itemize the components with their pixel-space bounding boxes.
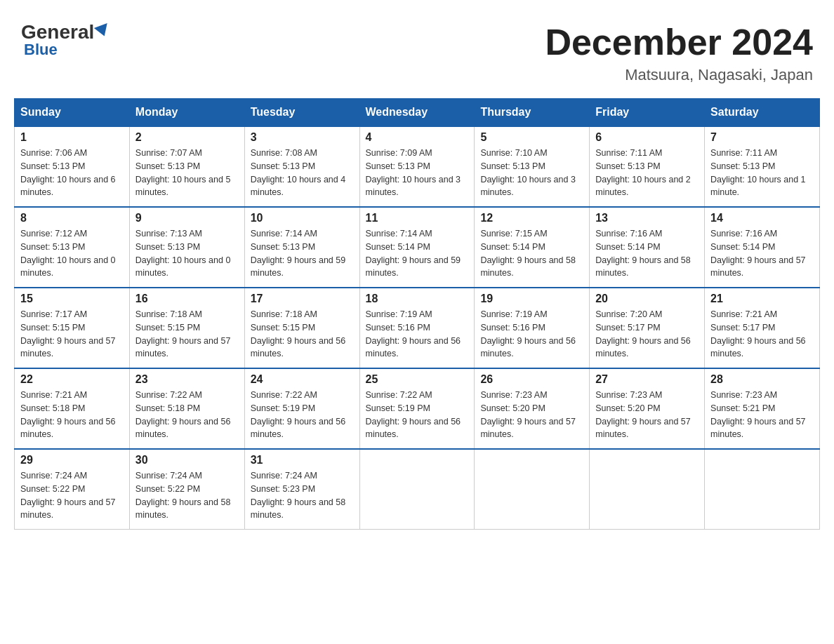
day-number: 14 — [710, 212, 814, 224]
calendar-week-row: 22 Sunrise: 7:21 AM Sunset: 5:18 PM Dayl… — [15, 368, 820, 449]
day-number: 31 — [251, 454, 354, 467]
day-info: Sunrise: 7:18 AM Sunset: 5:15 PM Dayligh… — [251, 308, 354, 361]
day-number: 19 — [480, 293, 583, 305]
calendar-cell: 4 Sunrise: 7:09 AM Sunset: 5:13 PM Dayli… — [359, 126, 475, 207]
day-info: Sunrise: 7:23 AM Sunset: 5:21 PM Dayligh… — [710, 389, 814, 441]
calendar-cell: 7 Sunrise: 7:11 AM Sunset: 5:13 PM Dayli… — [705, 126, 820, 207]
calendar-cell: 13 Sunrise: 7:16 AM Sunset: 5:14 PM Dayl… — [590, 207, 705, 288]
day-number: 28 — [710, 373, 814, 386]
calendar-cell: 16 Sunrise: 7:18 AM Sunset: 5:15 PM Dayl… — [129, 288, 244, 368]
calendar-cell: 31 Sunrise: 7:24 AM Sunset: 5:23 PM Dayl… — [244, 449, 359, 530]
day-number: 15 — [20, 293, 124, 305]
calendar-cell: 9 Sunrise: 7:13 AM Sunset: 5:13 PM Dayli… — [129, 207, 244, 288]
calendar-cell: 17 Sunrise: 7:18 AM Sunset: 5:15 PM Dayl… — [244, 288, 359, 368]
day-info: Sunrise: 7:09 AM Sunset: 5:13 PM Dayligh… — [366, 147, 469, 199]
day-info: Sunrise: 7:15 AM Sunset: 5:14 PM Dayligh… — [480, 227, 583, 280]
calendar-cell: 8 Sunrise: 7:12 AM Sunset: 5:13 PM Dayli… — [15, 207, 130, 288]
day-info: Sunrise: 7:19 AM Sunset: 5:16 PM Dayligh… — [366, 308, 469, 361]
col-header-thursday: Thursday — [475, 99, 590, 127]
day-number: 29 — [20, 454, 124, 467]
calendar-header-row: SundayMondayTuesdayWednesdayThursdayFrid… — [15, 99, 820, 127]
logo-triangle-icon — [94, 23, 111, 39]
day-number: 17 — [251, 293, 354, 305]
day-info: Sunrise: 7:23 AM Sunset: 5:20 PM Dayligh… — [595, 389, 699, 441]
calendar-cell: 18 Sunrise: 7:19 AM Sunset: 5:16 PM Dayl… — [359, 288, 475, 368]
day-info: Sunrise: 7:14 AM Sunset: 5:14 PM Dayligh… — [366, 227, 469, 280]
col-header-monday: Monday — [129, 99, 244, 127]
calendar-cell: 25 Sunrise: 7:22 AM Sunset: 5:19 PM Dayl… — [359, 368, 475, 449]
day-number: 5 — [480, 131, 583, 144]
day-number: 11 — [366, 212, 469, 224]
calendar-cell: 5 Sunrise: 7:10 AM Sunset: 5:13 PM Dayli… — [475, 126, 590, 207]
calendar-cell: 12 Sunrise: 7:15 AM Sunset: 5:14 PM Dayl… — [475, 207, 590, 288]
day-number: 30 — [135, 454, 239, 467]
location-label: Matsuura, Nagasaki, Japan — [545, 66, 813, 84]
calendar-cell — [705, 449, 820, 530]
day-info: Sunrise: 7:16 AM Sunset: 5:14 PM Dayligh… — [710, 227, 814, 280]
page-header: General Blue December 2024 Matsuura, Nag… — [14, 14, 820, 84]
calendar-cell: 24 Sunrise: 7:22 AM Sunset: 5:19 PM Dayl… — [244, 368, 359, 449]
day-info: Sunrise: 7:11 AM Sunset: 5:13 PM Dayligh… — [710, 147, 814, 199]
calendar-cell: 20 Sunrise: 7:20 AM Sunset: 5:17 PM Dayl… — [590, 288, 705, 368]
calendar-cell: 15 Sunrise: 7:17 AM Sunset: 5:15 PM Dayl… — [15, 288, 130, 368]
day-info: Sunrise: 7:18 AM Sunset: 5:15 PM Dayligh… — [135, 308, 239, 361]
calendar-cell: 19 Sunrise: 7:19 AM Sunset: 5:16 PM Dayl… — [475, 288, 590, 368]
day-info: Sunrise: 7:16 AM Sunset: 5:14 PM Dayligh… — [595, 227, 699, 280]
day-info: Sunrise: 7:22 AM Sunset: 5:18 PM Dayligh… — [135, 389, 239, 441]
calendar-cell: 27 Sunrise: 7:23 AM Sunset: 5:20 PM Dayl… — [590, 368, 705, 449]
day-number: 16 — [135, 293, 239, 305]
day-info: Sunrise: 7:22 AM Sunset: 5:19 PM Dayligh… — [366, 389, 469, 441]
day-number: 23 — [135, 373, 239, 386]
day-number: 10 — [251, 212, 354, 224]
calendar-cell: 28 Sunrise: 7:23 AM Sunset: 5:21 PM Dayl… — [705, 368, 820, 449]
col-header-saturday: Saturday — [705, 99, 820, 127]
day-number: 3 — [251, 131, 354, 144]
calendar-week-row: 29 Sunrise: 7:24 AM Sunset: 5:22 PM Dayl… — [15, 449, 820, 530]
day-info: Sunrise: 7:23 AM Sunset: 5:20 PM Dayligh… — [480, 389, 583, 441]
calendar-cell: 11 Sunrise: 7:14 AM Sunset: 5:14 PM Dayl… — [359, 207, 475, 288]
day-number: 13 — [595, 212, 699, 224]
calendar-cell: 3 Sunrise: 7:08 AM Sunset: 5:13 PM Dayli… — [244, 126, 359, 207]
calendar-week-row: 8 Sunrise: 7:12 AM Sunset: 5:13 PM Dayli… — [15, 207, 820, 288]
day-number: 1 — [20, 131, 124, 144]
calendar-cell — [359, 449, 475, 530]
calendar-cell: 10 Sunrise: 7:14 AM Sunset: 5:13 PM Dayl… — [244, 207, 359, 288]
day-number: 7 — [710, 131, 814, 144]
day-info: Sunrise: 7:14 AM Sunset: 5:13 PM Dayligh… — [251, 227, 354, 280]
col-header-sunday: Sunday — [15, 99, 130, 127]
day-info: Sunrise: 7:24 AM Sunset: 5:23 PM Dayligh… — [251, 469, 354, 522]
day-number: 6 — [595, 131, 699, 144]
day-number: 2 — [135, 131, 239, 144]
calendar-week-row: 1 Sunrise: 7:06 AM Sunset: 5:13 PM Dayli… — [15, 126, 820, 207]
month-title: December 2024 — [545, 21, 813, 63]
day-info: Sunrise: 7:10 AM Sunset: 5:13 PM Dayligh… — [480, 147, 583, 199]
day-number: 8 — [20, 212, 124, 224]
day-info: Sunrise: 7:07 AM Sunset: 5:13 PM Dayligh… — [135, 147, 239, 199]
calendar-cell: 22 Sunrise: 7:21 AM Sunset: 5:18 PM Dayl… — [15, 368, 130, 449]
day-number: 21 — [710, 293, 814, 305]
calendar-cell: 6 Sunrise: 7:11 AM Sunset: 5:13 PM Dayli… — [590, 126, 705, 207]
day-number: 22 — [20, 373, 124, 386]
day-number: 27 — [595, 373, 699, 386]
day-info: Sunrise: 7:13 AM Sunset: 5:13 PM Dayligh… — [135, 227, 239, 280]
day-number: 9 — [135, 212, 239, 224]
calendar-cell — [475, 449, 590, 530]
calendar-cell — [590, 449, 705, 530]
logo: General Blue — [21, 21, 110, 59]
calendar-cell: 14 Sunrise: 7:16 AM Sunset: 5:14 PM Dayl… — [705, 207, 820, 288]
calendar-cell: 2 Sunrise: 7:07 AM Sunset: 5:13 PM Dayli… — [129, 126, 244, 207]
calendar-cell: 1 Sunrise: 7:06 AM Sunset: 5:13 PM Dayli… — [15, 126, 130, 207]
day-number: 18 — [366, 293, 469, 305]
day-info: Sunrise: 7:17 AM Sunset: 5:15 PM Dayligh… — [20, 308, 124, 361]
title-section: December 2024 Matsuura, Nagasaki, Japan — [545, 21, 813, 84]
day-info: Sunrise: 7:24 AM Sunset: 5:22 PM Dayligh… — [135, 469, 239, 522]
day-info: Sunrise: 7:22 AM Sunset: 5:19 PM Dayligh… — [251, 389, 354, 441]
day-info: Sunrise: 7:06 AM Sunset: 5:13 PM Dayligh… — [20, 147, 124, 199]
logo-blue-text: Blue — [24, 41, 58, 59]
calendar-week-row: 15 Sunrise: 7:17 AM Sunset: 5:15 PM Dayl… — [15, 288, 820, 368]
day-info: Sunrise: 7:21 AM Sunset: 5:17 PM Dayligh… — [710, 308, 814, 361]
day-number: 4 — [366, 131, 469, 144]
calendar-cell: 26 Sunrise: 7:23 AM Sunset: 5:20 PM Dayl… — [475, 368, 590, 449]
day-number: 12 — [480, 212, 583, 224]
col-header-wednesday: Wednesday — [359, 99, 475, 127]
